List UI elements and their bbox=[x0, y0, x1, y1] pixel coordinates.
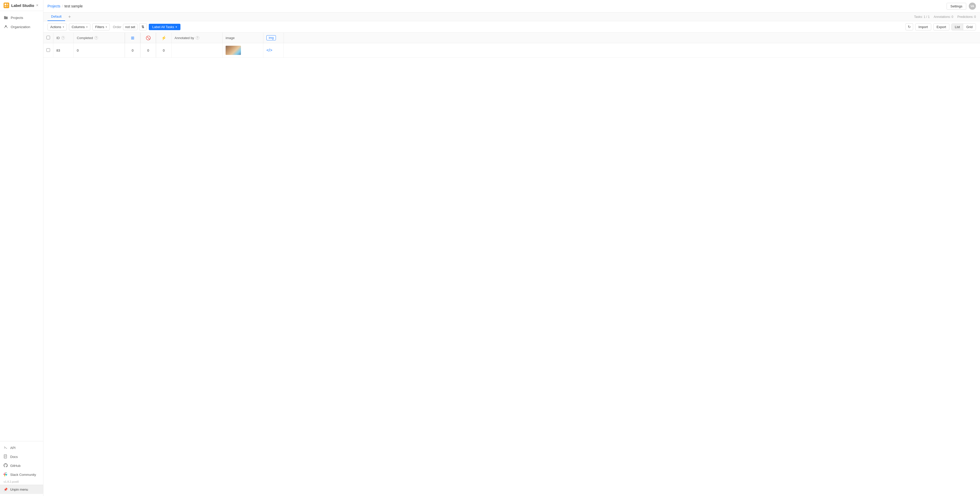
tasks-stat: Tasks: 1 / 1 bbox=[914, 15, 930, 19]
th-annotated-by-label: Annotated by bbox=[175, 36, 194, 40]
sidebar-docs-label: Docs bbox=[10, 455, 18, 459]
refresh-icon: ↻ bbox=[908, 25, 911, 29]
row-checkbox-cell bbox=[43, 43, 53, 58]
task-table: ID ? Completed ? ⊞ bbox=[43, 33, 980, 58]
th-completed: Completed ? bbox=[74, 33, 125, 43]
cancelled-icon: 🚫 bbox=[146, 35, 151, 40]
sidebar: Label Studio × Projects Organization API bbox=[0, 0, 43, 496]
row-icon1-val: 0 bbox=[132, 48, 134, 53]
folder-icon bbox=[3, 15, 8, 20]
actions-button[interactable]: Actions ▾ bbox=[48, 24, 67, 30]
select-all-checkbox[interactable] bbox=[46, 36, 50, 39]
row-image-cell bbox=[223, 43, 263, 58]
actions-label: Actions bbox=[50, 25, 61, 29]
row-annotated-by-cell bbox=[172, 43, 223, 58]
tab-add-button[interactable]: + bbox=[66, 14, 73, 20]
order-value[interactable]: not set bbox=[123, 24, 138, 30]
sort-icon: ⇅ bbox=[142, 25, 145, 29]
refresh-button[interactable]: ↻ bbox=[905, 23, 913, 30]
th-image-label: image bbox=[226, 36, 234, 40]
sort-button[interactable]: ⇅ bbox=[139, 23, 147, 30]
list-view-button[interactable]: List bbox=[952, 24, 963, 30]
settings-button[interactable]: Settings bbox=[947, 3, 966, 10]
sidebar-slack-label: Slack Community bbox=[10, 473, 36, 477]
th-img-badge: img bbox=[263, 33, 284, 43]
row-id: 83 bbox=[56, 48, 60, 53]
th-completed-label: Completed bbox=[77, 36, 93, 40]
sidebar-item-github[interactable]: GitHub bbox=[0, 461, 43, 470]
row-completed-cell: 0 bbox=[74, 43, 125, 58]
th-id-help-icon[interactable]: ? bbox=[61, 36, 65, 40]
sidebar-nav: Projects Organization bbox=[0, 11, 43, 441]
row-icon2-cell: 0 bbox=[141, 43, 156, 58]
grid-view-button[interactable]: Grid bbox=[963, 24, 976, 30]
breadcrumb-projects[interactable]: Projects bbox=[48, 4, 60, 8]
sidebar-organization-label: Organization bbox=[11, 25, 30, 29]
user-avatar[interactable]: VA bbox=[969, 3, 976, 10]
sidebar-projects-label: Projects bbox=[11, 16, 23, 20]
sidebar-item-organization[interactable]: Organization bbox=[0, 22, 43, 32]
columns-chevron-icon: ▾ bbox=[86, 26, 88, 28]
tab-stats: Tasks: 1 / 1 Annotations: 0 Predictions:… bbox=[914, 15, 976, 19]
th-annotated-help-icon[interactable]: ? bbox=[196, 36, 199, 40]
breadcrumb-current: test sample bbox=[64, 4, 83, 8]
th-icon1: ⊞ bbox=[125, 33, 140, 43]
svg-rect-4 bbox=[6, 6, 8, 7]
label-all-tasks-button[interactable]: Label All Tasks ▾ bbox=[149, 24, 181, 30]
sidebar-close-button[interactable]: × bbox=[35, 3, 40, 8]
task-table-container: ID ? Completed ? ⊞ bbox=[43, 33, 980, 496]
book-icon bbox=[3, 455, 8, 459]
annotations-count-icon: ⊞ bbox=[131, 35, 134, 40]
import-button[interactable]: Import bbox=[915, 24, 931, 30]
slack-icon bbox=[3, 472, 8, 477]
th-image: image bbox=[223, 33, 263, 43]
row-code-link-icon[interactable]: </> bbox=[266, 48, 272, 53]
predictions-icon: ⚡ bbox=[161, 35, 166, 40]
sidebar-item-slack[interactable]: Slack Community bbox=[0, 470, 43, 479]
row-icon3-cell: 0 bbox=[156, 43, 172, 58]
unpin-label: Unpin menu bbox=[10, 488, 28, 491]
columns-button[interactable]: Columns ▾ bbox=[69, 24, 90, 30]
annotations-stat: Annotations: 0 bbox=[934, 15, 953, 19]
sidebar-item-api[interactable]: API bbox=[0, 443, 43, 452]
main-content: Projects / test sample Settings VA Defau… bbox=[43, 0, 980, 496]
row-select-checkbox[interactable] bbox=[46, 48, 50, 52]
sidebar-github-label: GitHub bbox=[10, 464, 21, 468]
table-body: 83 0 0 0 0 bbox=[43, 43, 980, 58]
label-all-chevron-icon: ▾ bbox=[176, 26, 177, 28]
unpin-menu-button[interactable]: 📌 Unpin menu bbox=[0, 485, 43, 494]
filters-button[interactable]: Filters ▾ bbox=[92, 24, 110, 30]
th-rest bbox=[284, 33, 980, 43]
table-row[interactable]: 83 0 0 0 0 bbox=[43, 43, 980, 58]
th-annotated-by: Annotated by ? bbox=[172, 33, 223, 43]
export-button[interactable]: Export bbox=[933, 24, 950, 30]
row-id-cell: 83 bbox=[53, 43, 74, 58]
sidebar-item-docs[interactable]: Docs bbox=[0, 452, 43, 461]
topbar-right: Settings VA bbox=[947, 3, 976, 10]
predictions-stat: Predictions: 0 bbox=[957, 15, 976, 19]
logo-icon bbox=[3, 3, 9, 8]
filters-label: Filters bbox=[95, 25, 104, 29]
svg-rect-3 bbox=[5, 6, 6, 7]
th-completed-help-icon[interactable]: ? bbox=[94, 36, 98, 40]
svg-rect-1 bbox=[5, 3, 6, 5]
row-icon1-cell: 0 bbox=[125, 43, 140, 58]
row-icon2-val: 0 bbox=[147, 48, 149, 53]
order-section: Order not set ⇅ bbox=[113, 23, 146, 30]
terminal-icon bbox=[3, 445, 8, 450]
github-icon bbox=[3, 463, 8, 468]
actions-chevron-icon: ▾ bbox=[63, 26, 64, 28]
tab-default[interactable]: Default bbox=[48, 13, 65, 21]
app-logo: Label Studio bbox=[3, 3, 34, 8]
th-id-label: ID bbox=[56, 36, 60, 40]
row-icon3-val: 0 bbox=[163, 48, 165, 53]
breadcrumb-separator: / bbox=[62, 4, 63, 8]
app-name: Label Studio bbox=[11, 3, 34, 8]
toolbar: Actions ▾ Columns ▾ Filters ▾ Order not … bbox=[43, 21, 980, 33]
sidebar-item-projects[interactable]: Projects bbox=[0, 13, 43, 22]
label-all-label: Label All Tasks bbox=[152, 25, 174, 29]
task-thumbnail[interactable] bbox=[226, 46, 241, 55]
row-img-badge-cell: </> bbox=[263, 43, 284, 58]
row-rest-cell bbox=[284, 43, 980, 58]
version-text: v1.8.2.post0 bbox=[0, 479, 43, 485]
